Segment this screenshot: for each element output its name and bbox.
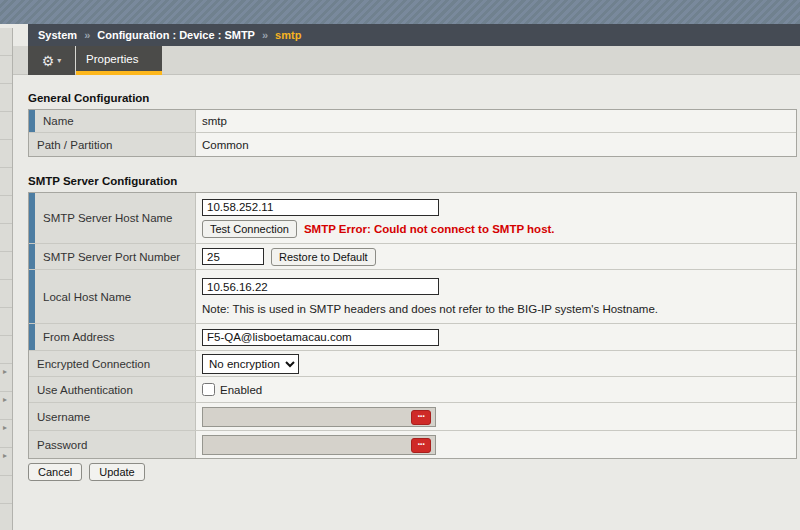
form-actions: Cancel Update xyxy=(28,463,797,481)
local-host-label: Local Host Name xyxy=(29,270,196,323)
nav-expand-icon[interactable]: ▸ xyxy=(3,452,7,460)
from-address-cell xyxy=(196,324,796,350)
nav-expand-icon[interactable]: ▸ xyxy=(3,396,7,404)
use-authentication-label: Use Authentication xyxy=(29,377,196,402)
name-value: smtp xyxy=(196,110,796,132)
test-connection-button[interactable]: Test Connection xyxy=(202,220,297,238)
breadcrumb-separator-icon: » xyxy=(262,29,268,41)
use-authentication-checkbox[interactable] xyxy=(202,383,215,396)
breadcrumb: System » Configuration : Device : SMTP »… xyxy=(28,24,800,46)
table-row: SMTP Server Host Name Test Connection SM… xyxy=(29,193,796,244)
update-button[interactable]: Update xyxy=(89,463,144,481)
nav-expand-icon[interactable]: ▸ xyxy=(3,368,7,376)
local-host-note: Note: This is used in SMTP headers and d… xyxy=(202,303,658,315)
encrypted-connection-cell: No encryption xyxy=(196,351,796,376)
username-cell: ··· xyxy=(196,403,796,430)
name-label: Name xyxy=(29,110,196,132)
table-row: Username ··· xyxy=(29,403,796,431)
general-configuration-heading: General Configuration xyxy=(28,92,797,104)
password-picker-button[interactable]: ··· xyxy=(411,438,431,453)
gear-icon: ⚙ xyxy=(42,54,55,68)
use-authentication-cell: Enabled xyxy=(196,377,796,402)
restore-default-button[interactable]: Restore to Default xyxy=(271,248,376,266)
smtp-error-message: SMTP Error: Could not connect to SMTP ho… xyxy=(304,223,555,235)
options-gear-button[interactable]: ⚙ ▾ xyxy=(28,46,75,75)
password-label: Password xyxy=(29,431,196,458)
breadcrumb-path[interactable]: Configuration : Device : SMTP xyxy=(97,29,255,41)
table-row: From Address xyxy=(29,324,796,351)
username-picker-button[interactable]: ··· xyxy=(411,410,431,425)
nav-expand-icon[interactable]: ▸ xyxy=(3,424,7,432)
table-row: Password ··· xyxy=(29,431,796,458)
local-host-cell: Note: This is used in SMTP headers and d… xyxy=(196,270,796,323)
smtp-port-label: SMTP Server Port Number xyxy=(29,244,196,269)
breadcrumb-section[interactable]: System xyxy=(38,29,77,41)
table-row: Encrypted Connection No encryption xyxy=(29,351,796,377)
tab-properties-label: Properties xyxy=(86,53,138,65)
smtp-host-cell: Test Connection SMTP Error: Could not co… xyxy=(196,193,796,243)
smtp-configuration-heading: SMTP Server Configuration xyxy=(28,175,797,187)
enabled-label: Enabled xyxy=(220,384,262,396)
cancel-button[interactable]: Cancel xyxy=(28,463,82,481)
smtp-configuration-table: SMTP Server Host Name Test Connection SM… xyxy=(28,192,797,459)
top-banner xyxy=(0,0,800,24)
table-row: Local Host Name Note: This is used in SM… xyxy=(29,270,796,324)
password-cell: ··· xyxy=(196,431,796,458)
smtp-port-cell: Restore to Default xyxy=(196,244,796,269)
general-configuration-table: Name smtp Path / Partition Common xyxy=(28,109,797,157)
partition-label: Path / Partition xyxy=(29,133,196,156)
chevron-down-icon: ▾ xyxy=(57,56,61,65)
smtp-host-label: SMTP Server Host Name xyxy=(29,193,196,243)
encrypted-connection-select[interactable]: No encryption xyxy=(202,354,299,374)
smtp-port-input[interactable] xyxy=(202,248,264,265)
table-row: Path / Partition Common xyxy=(29,133,796,156)
partition-value: Common xyxy=(196,133,796,156)
table-row: Use Authentication Enabled xyxy=(29,377,796,403)
table-row: SMTP Server Port Number Restore to Defau… xyxy=(29,244,796,270)
local-host-input[interactable] xyxy=(202,278,439,295)
password-field: ··· xyxy=(202,435,436,455)
username-label: Username xyxy=(29,403,196,430)
tab-properties[interactable]: Properties xyxy=(76,46,162,75)
main-content: General Configuration Name smtp Path / P… xyxy=(28,75,797,481)
nav-menu-edge: ▸ ▸ ▸ ▸ xyxy=(0,28,13,530)
username-field: ··· xyxy=(202,407,436,427)
breadcrumb-current: smtp xyxy=(275,29,301,41)
from-address-input[interactable] xyxy=(202,329,439,346)
from-address-label: From Address xyxy=(29,324,196,350)
table-row: Name smtp xyxy=(29,110,796,133)
breadcrumb-separator-icon: » xyxy=(84,29,90,41)
smtp-host-input[interactable] xyxy=(202,199,439,216)
encrypted-connection-label: Encrypted Connection xyxy=(29,351,196,376)
